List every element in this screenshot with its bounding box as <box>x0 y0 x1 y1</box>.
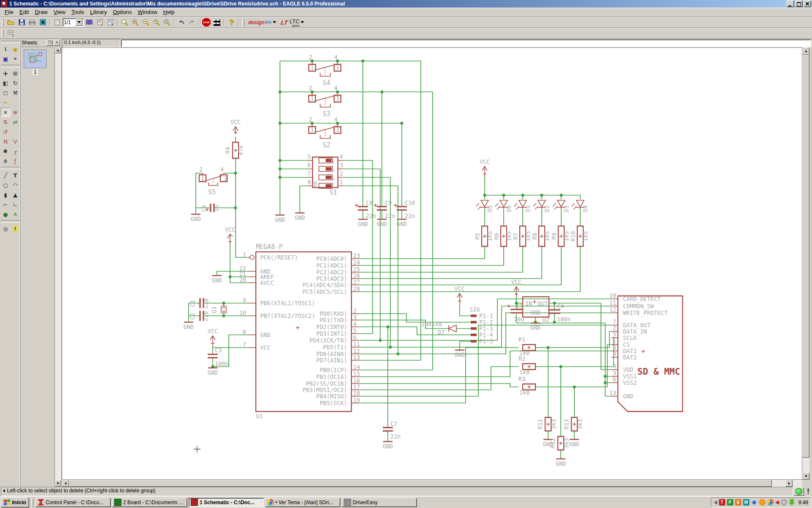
tool-arc-icon[interactable]: ◠ <box>11 180 20 190</box>
close-button[interactable] <box>804 0 811 7</box>
ulp-button[interactable] <box>105 18 115 27</box>
tool-replace-icon[interactable]: ↺ <box>1 127 10 136</box>
task-schematic[interactable]: 1 Schematic - C:\Doc... <box>189 498 264 507</box>
zoom-select-icon[interactable] <box>162 18 172 27</box>
tool-gateswap-icon[interactable]: ⇄ <box>11 117 20 127</box>
horn-icon[interactable] <box>775 500 779 505</box>
save-button[interactable] <box>16 18 27 27</box>
tool-rotate-icon[interactable]: ↻ <box>11 78 20 88</box>
zoom-out-icon[interactable] <box>141 18 151 27</box>
toolbar-grip[interactable] <box>2 30 4 37</box>
schematic-canvas[interactable]: VCCVCCVCCVCCVCCVCC GNDGNDGNDGNDGNDGNDGND… <box>62 47 802 480</box>
tool-junction-icon[interactable]: ● <box>1 210 10 219</box>
speaker-icon[interactable] <box>781 499 787 505</box>
dropdown-arrow-icon[interactable] <box>75 19 82 26</box>
tray-t-icon[interactable]: T <box>719 499 725 505</box>
maximize-button[interactable] <box>795 0 803 7</box>
tool-bus-icon[interactable]: ⌐ <box>1 200 10 209</box>
app-icon[interactable] <box>1 0 8 7</box>
start-button[interactable]: Inicio <box>1 497 29 508</box>
updater-icon[interactable] <box>789 499 795 505</box>
tool-add-icon[interactable]: ⊕ <box>11 108 20 117</box>
sheet-selector[interactable]: 1/1 <box>63 18 84 27</box>
close-panel-icon[interactable]: × <box>54 40 60 46</box>
tool-display-icon[interactable]: ▣ <box>1 54 10 64</box>
symbol-artwork[interactable] <box>184 61 683 459</box>
tool-show-icon[interactable]: ◉ <box>11 44 20 54</box>
grid-button[interactable] <box>6 29 16 38</box>
tool-net-icon[interactable]: ∟ <box>11 200 20 209</box>
menu-tools[interactable]: Tools <box>69 8 87 16</box>
tool-rect-icon[interactable]: ▮ <box>1 190 10 199</box>
stop-button[interactable]: STOP <box>201 18 211 27</box>
horizontal-scrollbar[interactable] <box>62 480 802 487</box>
tool-erc-icon[interactable]: ◎ <box>1 224 10 233</box>
tool-polygon-icon[interactable]: ▲ <box>11 190 20 199</box>
zoom-fit-icon[interactable] <box>120 18 130 27</box>
undo-button[interactable] <box>176 18 187 27</box>
go-button[interactable] <box>212 18 222 27</box>
use-library-button[interactable] <box>84 18 94 27</box>
tool-name-icon[interactable]: N <box>1 137 10 146</box>
vertical-scrollbar[interactable] <box>802 47 809 480</box>
tool-delete-icon[interactable]: ✕ <box>1 108 10 117</box>
menu-options[interactable]: Options <box>110 8 135 16</box>
sheet-icon[interactable] <box>52 18 62 27</box>
sheets-scrollbar[interactable] <box>55 47 61 486</box>
task-control-panel[interactable]: Control Panel - C:\Docu... <box>36 498 111 507</box>
toolbar-grip[interactable] <box>2 19 4 26</box>
volume-icon[interactable] <box>714 500 717 505</box>
tool-group-icon[interactable]: ◻ <box>1 88 10 97</box>
menu-view[interactable]: View <box>51 8 69 16</box>
tool-miter-icon[interactable]: ╭ <box>11 146 20 156</box>
tool-change-icon[interactable]: ⚒ <box>11 88 20 97</box>
tool-circle-icon[interactable]: ○ <box>1 180 10 190</box>
design-link-dropdown[interactable]: designlink <box>247 19 278 25</box>
help-button[interactable]: ? <box>226 18 236 27</box>
print-button[interactable] <box>27 18 37 27</box>
tool-label-icon[interactable]: A <box>11 210 20 219</box>
menu-library[interactable]: Library <box>87 8 110 16</box>
open-button[interactable] <box>6 18 16 27</box>
tray-m-icon[interactable]: M <box>743 499 749 505</box>
status-green-indicator-icon[interactable] <box>794 487 804 496</box>
tool-text-icon[interactable]: T <box>11 171 20 180</box>
tool-move-icon[interactable]: + <box>1 69 10 78</box>
sheet-number[interactable]: 1 <box>32 69 38 75</box>
task-board[interactable]: 2 Board - C:\Documents ... <box>112 498 187 507</box>
net-wires[interactable] <box>189 61 614 459</box>
tool-copy-icon[interactable]: ⊞ <box>11 69 20 78</box>
sheet-thumbnail[interactable] <box>24 50 47 68</box>
task-browser[interactable]: • Ver Tema - [Atari] SDri... <box>265 498 340 507</box>
tool-split-icon[interactable]: ⋔ <box>1 156 10 166</box>
schematic-drawing[interactable]: VCCVCCVCCVCCVCCVCC GNDGNDGNDGNDGNDGNDGND… <box>62 48 803 480</box>
tray-s-icon[interactable]: S <box>735 499 741 505</box>
task-drivereasy[interactable]: DriverEasy <box>342 498 417 507</box>
tool-wire-icon[interactable]: ╱ <box>1 171 10 180</box>
menu-window[interactable]: Window <box>135 8 160 16</box>
status-exclamation-icon[interactable]: ! <box>805 488 811 495</box>
tool-value-icon[interactable]: V <box>11 137 20 146</box>
zoom-redraw-icon[interactable] <box>151 18 162 27</box>
zoom-in-icon[interactable] <box>130 18 140 27</box>
minimize-button[interactable] <box>787 0 794 7</box>
redo-button[interactable] <box>187 18 197 27</box>
tool-cut-icon[interactable]: ✂ <box>1 98 10 107</box>
tool-info[interactable]: i <box>1 44 10 54</box>
dropbox-icon[interactable]: ❖ <box>751 499 757 505</box>
scroll-down-icon[interactable] <box>55 480 61 486</box>
tool-smash-icon[interactable]: ✱ <box>1 146 10 156</box>
menu-help[interactable]: Help <box>160 8 178 16</box>
menu-file[interactable]: File <box>2 8 16 16</box>
chrome-tray-icon[interactable] <box>767 499 774 505</box>
command-input[interactable] <box>121 39 811 47</box>
tray-orange-icon[interactable] <box>759 499 765 505</box>
board-button[interactable] <box>38 18 48 27</box>
float-panel-icon[interactable]: ❐ <box>47 40 53 46</box>
scroll-up-icon[interactable] <box>55 47 61 53</box>
tool-mirror-icon[interactable]: ◧ <box>1 78 10 88</box>
tool-invoke-icon[interactable]: ƒ <box>11 156 20 166</box>
tool-mark-icon[interactable]: ⌖ <box>11 54 20 64</box>
menu-draw[interactable]: Draw <box>32 8 50 16</box>
tool-pinswap-icon[interactable]: ⇅ <box>1 117 10 127</box>
